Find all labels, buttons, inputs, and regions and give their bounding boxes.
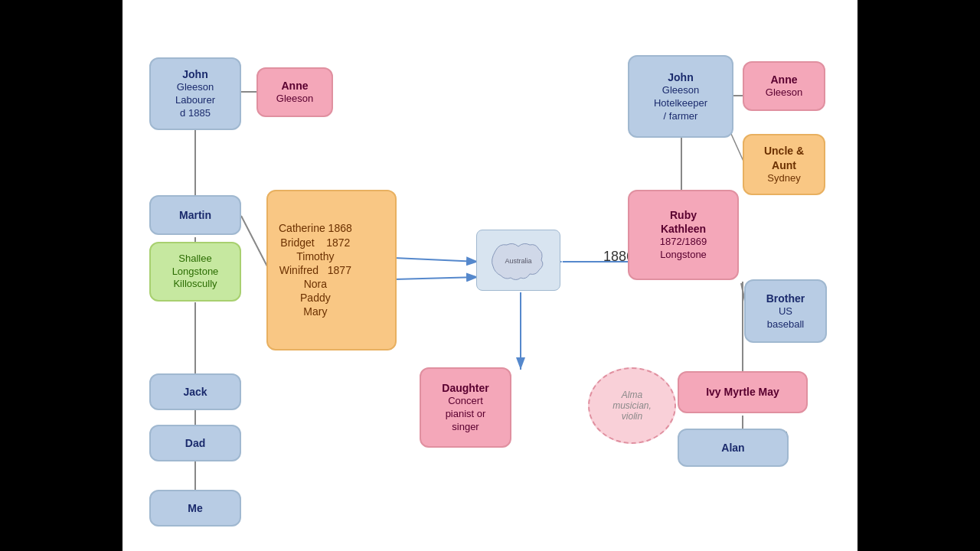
shallee-node: ShalleeLongstoneKilloscully xyxy=(149,242,241,302)
daughter-sub: Concertpianist orsinger xyxy=(446,395,486,434)
australia-map: Australia xyxy=(476,230,560,291)
jack-node: Jack xyxy=(149,373,241,410)
anne-left-title: Anne xyxy=(282,79,309,93)
svg-line-7 xyxy=(394,258,479,262)
ruby-sub: 1872/1869Longstone xyxy=(660,236,707,262)
svg-line-8 xyxy=(394,277,479,279)
children-text: Catherine 1868 Bridget 1872 Timothy Wini… xyxy=(279,221,352,318)
svg-text:Australia: Australia xyxy=(505,257,531,265)
anne-right-title: Anne xyxy=(771,73,798,86)
alma-node: Almamusician,violin xyxy=(588,367,676,444)
ivy-node: Ivy Myrtle May xyxy=(678,371,808,413)
uncle-aunt-node: Uncle &Aunt Sydney xyxy=(743,134,825,195)
anne-right-sub: Gleeson xyxy=(766,86,802,99)
daughter-node: Daughter Concertpianist orsinger xyxy=(420,367,511,448)
alan-node: Alan xyxy=(678,429,789,467)
me-node: Me xyxy=(149,490,241,527)
uncle-aunt-title: Uncle &Aunt xyxy=(764,144,804,171)
ruby-title: RubyKathleen xyxy=(661,208,706,236)
alan-title: Alan xyxy=(721,441,744,455)
martin-title: Martin xyxy=(179,208,211,222)
john-left-sub: GleesonLabourerd 1885 xyxy=(175,81,215,120)
jack-title: Jack xyxy=(183,385,207,399)
anne-left-sub: Gleeson xyxy=(276,93,313,106)
daughter-title: Daughter xyxy=(442,381,488,395)
svg-line-2 xyxy=(241,216,268,268)
brother-sub: USbaseball xyxy=(767,305,804,331)
ivy-title: Ivy Myrtle May xyxy=(706,385,779,399)
john-right-node: John GleesonHotelkeeper/ farmer xyxy=(628,55,733,138)
dad-title: Dad xyxy=(185,436,205,450)
john-left-title: John xyxy=(182,67,207,81)
me-title: Me xyxy=(188,501,202,515)
children-box: Catherine 1868 Bridget 1872 Timothy Wini… xyxy=(266,190,397,350)
dad-node: Dad xyxy=(149,425,241,461)
anne-right-node: Anne Gleeson xyxy=(743,61,825,111)
ruby-node: RubyKathleen 1872/1869Longstone xyxy=(628,190,739,280)
anne-left-node: Anne Gleeson xyxy=(256,67,333,117)
john-left-node: John GleesonLabourerd 1885 xyxy=(149,57,241,130)
john-right-sub: GleesonHotelkeeper/ farmer xyxy=(654,84,707,123)
brother-title: Brother xyxy=(766,292,805,305)
alma-text: Almamusician,violin xyxy=(612,390,652,422)
shallee-text: ShalleeLongstoneKilloscully xyxy=(172,253,219,292)
martin-node: Martin xyxy=(149,195,241,235)
uncle-aunt-sub: Sydney xyxy=(767,172,800,185)
john-right-title: John xyxy=(668,70,693,84)
brother-node: Brother USbaseball xyxy=(744,279,827,343)
